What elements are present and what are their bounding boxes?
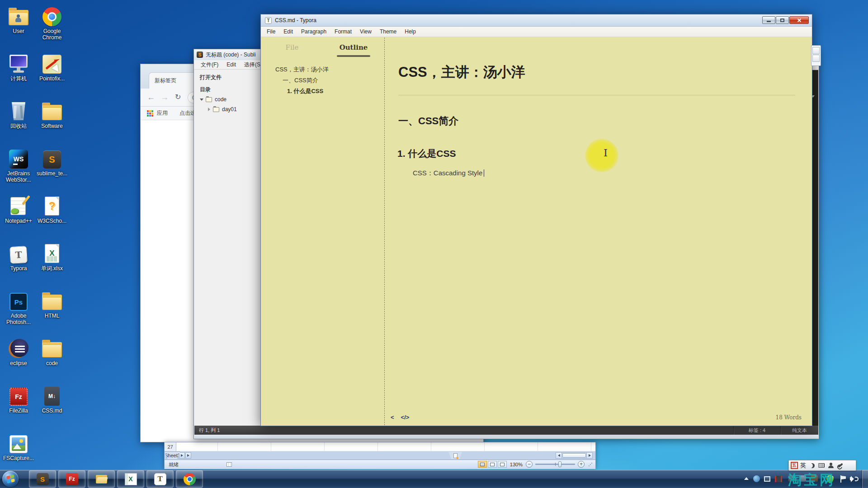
user-settings-icon[interactable]	[827, 462, 835, 469]
capture-icon[interactable]	[812, 47, 820, 54]
typora-menu-format[interactable]: Format	[330, 28, 356, 35]
tab-outline[interactable]: Outline	[323, 43, 384, 52]
typora-menu-edit[interactable]: Edit	[279, 28, 297, 35]
zoom-slider[interactable]	[535, 464, 575, 465]
outline-item-一-css简介[interactable]: 一、CSS简介	[261, 75, 384, 86]
fscapture-floating-panel[interactable]	[811, 45, 821, 66]
wubi-input-button[interactable]: 五	[791, 462, 798, 469]
desktop-icon-计算机[interactable]: 计算机	[0, 51, 37, 99]
fullwidth-moon-icon[interactable]	[808, 462, 816, 469]
keyboard-icon[interactable]	[818, 462, 825, 469]
desktop-icon-filezilla[interactable]: FzFileZilla	[0, 383, 37, 431]
zoom-level[interactable]: 130%	[510, 462, 523, 467]
desktop-icon-user[interactable]: User	[0, 4, 37, 51]
reload-icon[interactable]: ↻	[175, 92, 181, 102]
typora-menu-help[interactable]: Help	[401, 28, 420, 35]
desktop-icon-html[interactable]: HTML	[33, 288, 71, 336]
language-toggle-button[interactable]: 英	[800, 461, 806, 469]
typora-menu-theme[interactable]: Theme	[376, 28, 401, 35]
doc-heading-1[interactable]: CSS，主讲：汤小洋	[398, 63, 525, 82]
start-button[interactable]	[2, 471, 19, 487]
forward-icon[interactable]: →	[160, 92, 169, 102]
tools-wrench-icon[interactable]	[837, 462, 844, 469]
page-break-view-button[interactable]	[498, 461, 507, 468]
desktop-icon-label: CSS.md	[42, 408, 62, 414]
doc-heading-3[interactable]: 1. 什么是CSS	[397, 147, 456, 160]
tab-size-indicator[interactable]: 标签 : 4	[733, 426, 780, 435]
taskbar-button-typora[interactable]: T	[146, 470, 174, 488]
outline-item-css-主讲-汤小洋[interactable]: CSS，主讲：汤小洋	[261, 64, 384, 75]
typora-titlebar[interactable]: T CSS.md - Typora	[261, 14, 812, 27]
desktop-icon-code[interactable]: code	[33, 336, 71, 383]
doc-heading-2[interactable]: 一、CSS简介	[398, 114, 458, 128]
desktop-icon-jetbrains-webstor[interactable]: WSJetBrains WebStor...	[0, 146, 37, 193]
desktop-icon-sublime-te[interactable]: Ssublime_te...	[33, 146, 71, 193]
zoom-slider-thumb[interactable]	[558, 461, 561, 467]
typora-editor[interactable]: CSS，主讲：汤小洋 一、CSS简介 1. 什么是CSS I CSS：Casca…	[385, 38, 811, 425]
normal-view-button[interactable]	[478, 461, 487, 468]
desktop-icon-pointofix[interactable]: Pointofix...	[33, 51, 71, 99]
sidebar-toggle-icon[interactable]: <	[391, 414, 394, 421]
tray-network-icon[interactable]	[753, 475, 760, 482]
tray-window-icon[interactable]	[764, 476, 770, 482]
macro-record-icon[interactable]	[226, 462, 232, 467]
typora-menu-view[interactable]: View	[356, 28, 376, 35]
taskbar-button-chrome[interactable]	[176, 470, 203, 488]
taskbar-button-sublime-text[interactable]: S	[29, 470, 56, 488]
taskbar-button-filezilla[interactable]: Fz	[58, 470, 85, 488]
bookmark-apps[interactable]: 应用	[157, 109, 168, 117]
desktop-icon-css-md[interactable]: M↓CSS.md	[33, 383, 71, 431]
desktop-icon-eclipse[interactable]: eclipse	[0, 336, 37, 383]
syntax-indicator[interactable]: 纯文本	[780, 426, 818, 435]
excel-grid-row[interactable]: 27	[165, 442, 595, 451]
apps-grid-icon[interactable]	[147, 110, 153, 117]
hidden-icons-chevron-icon[interactable]	[744, 477, 749, 480]
show-desktop-button[interactable]	[862, 470, 868, 488]
page-layout-view-button[interactable]	[488, 461, 497, 468]
typora-menu-file[interactable]: File	[263, 28, 279, 35]
close-button[interactable]	[789, 16, 809, 24]
desktop-icon-单词-xlsx[interactable]: X单词.xlsx	[33, 241, 71, 288]
desktop-icon-google-chrome[interactable]: Google Chrome	[33, 4, 71, 51]
doc-paragraph[interactable]: CSS：Cascading Style	[413, 169, 484, 178]
folder-icon	[42, 342, 62, 358]
zoom-in-button[interactable]: +	[578, 461, 585, 468]
tab-file[interactable]: File	[261, 43, 323, 52]
sublime-menu-edit[interactable]: Edit	[222, 61, 240, 68]
minimize-button[interactable]	[762, 16, 775, 24]
source-code-mode-icon[interactable]: </>	[401, 414, 410, 421]
scroll-left-icon[interactable]	[556, 453, 562, 458]
taskbar-button-excel[interactable]: X	[117, 470, 144, 488]
outline-item-1-什么是css[interactable]: 1. 什么是CSS	[261, 86, 384, 97]
windows-flag-icon	[6, 474, 15, 483]
action-center-flag-icon[interactable]	[840, 475, 846, 483]
back-icon[interactable]: ←	[147, 92, 155, 102]
maximize-button[interactable]	[776, 16, 789, 24]
chrome-tab-title: 新标签页	[155, 77, 176, 84]
resize-grip[interactable]	[588, 462, 593, 467]
scrollbar-thumb[interactable]	[562, 453, 586, 458]
sublime-statusbar: 行 1, 列 1 标签 : 4 纯文本	[194, 426, 818, 435]
volume-icon[interactable]	[850, 475, 858, 483]
zoom-out-button[interactable]: −	[526, 461, 533, 468]
scroll-right-icon[interactable]	[586, 453, 592, 458]
word-count[interactable]: 18 Words	[776, 414, 802, 421]
excel-horizontal-scrollbar[interactable]	[556, 452, 593, 459]
desktop-icon-typora[interactable]: TTypora	[0, 241, 37, 288]
capture-icon[interactable]	[812, 55, 820, 62]
typora-menu-paragraph[interactable]: Paragraph	[297, 28, 330, 35]
insert-worksheet-icon[interactable]	[448, 452, 462, 459]
desktop-icon-label: 单词.xlsx	[41, 265, 63, 272]
desktop-icon-w3cscho[interactable]: ?W3CScho...	[33, 193, 71, 241]
desktop-icon-adobe-photosh[interactable]: PsAdobe Photosh...	[0, 288, 37, 336]
desktop-icon-回收站[interactable]: 回收站	[0, 99, 37, 146]
excel-window: 27 HTMLCSSSheet3 就绪 130%	[164, 442, 596, 469]
taskbar-button-explorer[interactable]	[88, 470, 115, 488]
video-watermark: 淘宝网	[788, 471, 835, 488]
sublime-menu-文件-f[interactable]: 文件(F)	[197, 61, 222, 69]
tray-media-icon[interactable]	[775, 476, 782, 482]
desktop-icon-software[interactable]: Software	[33, 99, 71, 146]
next-sheet-icon[interactable]	[179, 452, 185, 459]
desktop-icon-notepad[interactable]: Notepad++	[0, 193, 37, 241]
last-sheet-icon[interactable]	[185, 452, 191, 459]
